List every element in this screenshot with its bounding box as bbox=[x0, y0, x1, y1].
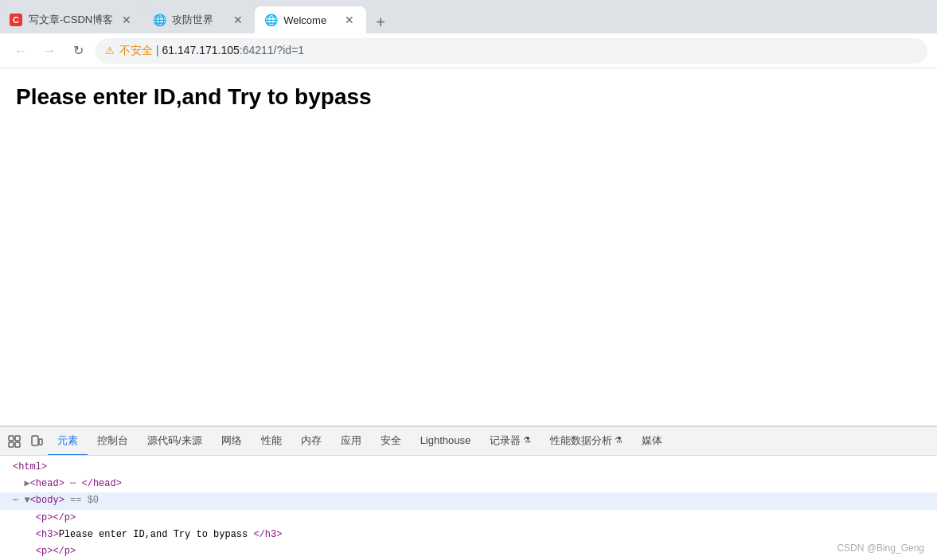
tab-close-welcome[interactable]: ✕ bbox=[342, 13, 357, 27]
new-tab-button[interactable]: + bbox=[369, 11, 392, 33]
address-bar: ← → ↻ ⚠ 不安全 | 61.147.171.105:64211/?id=1 bbox=[0, 33, 937, 68]
devtools-tab-elements[interactable]: 元素 bbox=[48, 427, 88, 456]
devtools-tab-media[interactable]: 媒体 bbox=[632, 427, 672, 456]
devtools-tab-memory[interactable]: 内存 bbox=[291, 427, 331, 456]
devtools-panel: 元素 控制台 源代码/来源 网络 性能 内存 应用 安全 bbox=[0, 426, 937, 560]
devtools-tab-recorder[interactable]: 记录器 ⚗ bbox=[480, 427, 541, 456]
code-line-html: <html> bbox=[0, 459, 937, 476]
devtools-tab-performance[interactable]: 性能 bbox=[252, 427, 291, 456]
browser-window: C 写文章-CSDN博客 ✕ 🌐 攻防世界 ✕ 🌐 Welcome ✕ + ← … bbox=[0, 0, 937, 560]
security-icon: ⚠ bbox=[105, 45, 115, 56]
tab-favicon-welcome: 🌐 bbox=[264, 14, 277, 26]
recorder-exp-icon: ⚗ bbox=[523, 435, 531, 445]
tab-bar: C 写文章-CSDN博客 ✕ 🌐 攻防世界 ✕ 🌐 Welcome ✕ + bbox=[0, 0, 937, 33]
tab-close-attack[interactable]: ✕ bbox=[231, 13, 245, 27]
devtools-tab-console[interactable]: 控制台 bbox=[88, 427, 138, 456]
tab-csdn[interactable]: C 写文章-CSDN博客 ✕ bbox=[0, 6, 143, 33]
page-content: Please enter ID,and Try to bypass bbox=[0, 68, 937, 426]
code-line-p1: <p></p> bbox=[0, 510, 937, 527]
reload-button[interactable]: ↻ bbox=[67, 40, 89, 62]
devtools-tab-bar: 元素 控制台 源代码/来源 网络 性能 内存 应用 安全 bbox=[0, 427, 937, 456]
svg-rect-0 bbox=[9, 436, 14, 441]
code-line-body: ⋯ ▼<body> == $0 bbox=[0, 492, 937, 509]
tab-close-csdn[interactable]: ✕ bbox=[119, 13, 134, 27]
tab-favicon-csdn: C bbox=[10, 14, 22, 26]
code-line-p2: <p></p> bbox=[0, 543, 937, 560]
devtools-tab-perf-insights[interactable]: 性能数据分析 ⚗ bbox=[541, 427, 632, 456]
url-host: 61.147.171.105 bbox=[162, 44, 239, 56]
back-button[interactable]: ← bbox=[10, 40, 32, 62]
perf-insights-exp-icon: ⚗ bbox=[615, 435, 623, 445]
address-text: 不安全 | 61.147.171.105:64211/?id=1 bbox=[119, 44, 304, 58]
inspect-element-icon[interactable] bbox=[3, 430, 25, 453]
svg-rect-1 bbox=[15, 436, 20, 441]
devtools-tab-lighthouse[interactable]: Lighthouse bbox=[411, 427, 481, 456]
device-toolbar-icon[interactable] bbox=[25, 430, 48, 453]
page-heading: Please enter ID,and Try to bypass bbox=[16, 84, 921, 110]
svg-rect-4 bbox=[32, 436, 38, 445]
tab-welcome[interactable]: 🌐 Welcome ✕ bbox=[255, 6, 366, 33]
devtools-tab-application[interactable]: 应用 bbox=[331, 427, 371, 456]
devtools-elements-body[interactable]: <html> ▶<head> ⋯ </head> ⋯ ▼<body> == $0… bbox=[0, 456, 937, 560]
forward-button[interactable]: → bbox=[38, 40, 61, 62]
tab-title-welcome: Welcome bbox=[283, 14, 336, 26]
svg-rect-2 bbox=[9, 442, 14, 447]
tab-title-attack: 攻防世界 bbox=[172, 13, 224, 27]
devtools-tab-network[interactable]: 网络 bbox=[212, 427, 252, 456]
devtools-tab-security[interactable]: 安全 bbox=[371, 427, 411, 456]
svg-rect-5 bbox=[39, 439, 42, 445]
url-port-path: :64211/?id=1 bbox=[240, 44, 304, 56]
tab-attack[interactable]: 🌐 攻防世界 ✕ bbox=[143, 6, 255, 33]
svg-rect-3 bbox=[15, 442, 20, 447]
devtools-tab-sources[interactable]: 源代码/来源 bbox=[138, 427, 212, 456]
tab-favicon-attack: 🌐 bbox=[153, 14, 166, 26]
address-input[interactable]: ⚠ 不安全 | 61.147.171.105:64211/?id=1 bbox=[96, 38, 927, 64]
security-text: 不安全 bbox=[119, 44, 153, 56]
tab-title-csdn: 写文章-CSDN博客 bbox=[29, 13, 113, 27]
code-line-head: ▶<head> ⋯ </head> bbox=[0, 476, 937, 492]
watermark: CSDN @Bing_Geng bbox=[837, 542, 924, 554]
code-line-h3: <h3>Please enter ID,and Try to bypass </… bbox=[0, 527, 937, 543]
